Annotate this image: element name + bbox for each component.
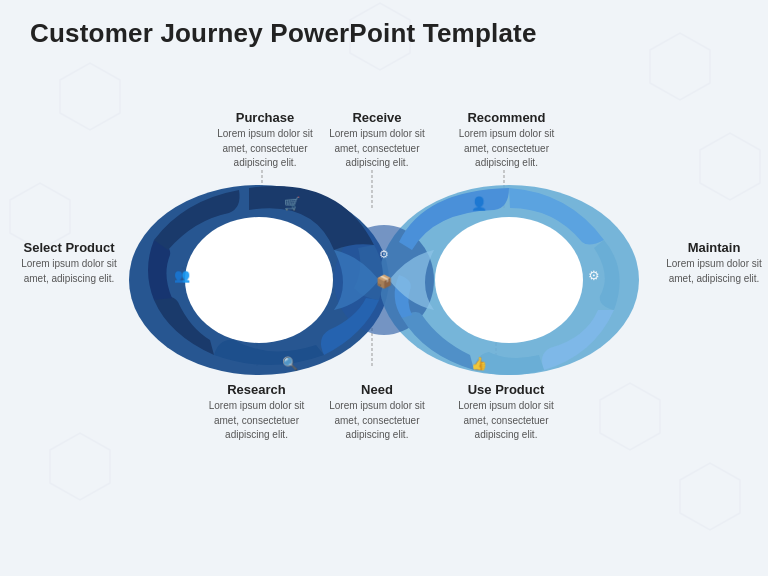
useproduct-body: Lorem ipsum dolor sit amet, consectetuer… <box>446 399 566 443</box>
need-body: Lorem ipsum dolor sit amet, consectetuer… <box>322 399 432 443</box>
svg-text:👍: 👍 <box>471 355 488 372</box>
label-receive: Receive Lorem ipsum dolor sit amet, cons… <box>322 110 432 171</box>
svg-text:⚙: ⚙ <box>588 268 600 283</box>
svg-text:🛒: 🛒 <box>284 195 301 212</box>
page-title: Customer Journey PowerPoint Template <box>30 18 537 49</box>
svg-marker-7 <box>680 463 740 530</box>
label-need: Need Lorem ipsum dolor sit amet, consect… <box>322 382 432 443</box>
need-title: Need <box>322 382 432 397</box>
research-title: Research <box>199 382 314 397</box>
receive-body: Lorem ipsum dolor sit amet, consectetuer… <box>322 127 432 171</box>
label-select: Select Product Lorem ipsum dolor sit ame… <box>9 240 129 286</box>
buy-label: Buy <box>233 272 286 303</box>
svg-text:⚙: ⚙ <box>379 248 389 260</box>
label-research: Research Lorem ipsum dolor sit amet, con… <box>199 382 314 443</box>
recommend-title: Recommend <box>449 110 564 125</box>
svg-marker-2 <box>650 33 710 100</box>
svg-text:👤: 👤 <box>471 195 488 212</box>
maintain-title: Maintain <box>654 240 768 255</box>
svg-text:🔍: 🔍 <box>282 355 299 372</box>
svg-marker-3 <box>700 133 760 200</box>
purchase-title: Purchase <box>210 110 320 125</box>
purchase-body: Lorem ipsum dolor sit amet, consectetuer… <box>210 127 320 171</box>
own-label: Own <box>479 272 540 303</box>
label-recommend: Recommend Lorem ipsum dolor sit amet, co… <box>449 110 564 171</box>
maintain-body: Lorem ipsum dolor sit amet, adipiscing e… <box>654 257 768 286</box>
svg-marker-5 <box>50 433 110 500</box>
receive-title: Receive <box>322 110 432 125</box>
svg-text:📦: 📦 <box>376 273 393 290</box>
recommend-body: Lorem ipsum dolor sit amet, consectetuer… <box>449 127 564 171</box>
select-title: Select Product <box>9 240 129 255</box>
useproduct-title: Use Product <box>446 382 566 397</box>
label-useproduct: Use Product Lorem ipsum dolor sit amet, … <box>446 382 566 443</box>
select-body: Lorem ipsum dolor sit amet, adipiscing e… <box>9 257 129 286</box>
research-body: Lorem ipsum dolor sit amet, consectetuer… <box>199 399 314 443</box>
label-purchase: Purchase Lorem ipsum dolor sit amet, con… <box>210 110 320 171</box>
svg-text:👥: 👥 <box>174 267 191 284</box>
label-maintain: Maintain Lorem ipsum dolor sit amet, adi… <box>654 240 768 286</box>
